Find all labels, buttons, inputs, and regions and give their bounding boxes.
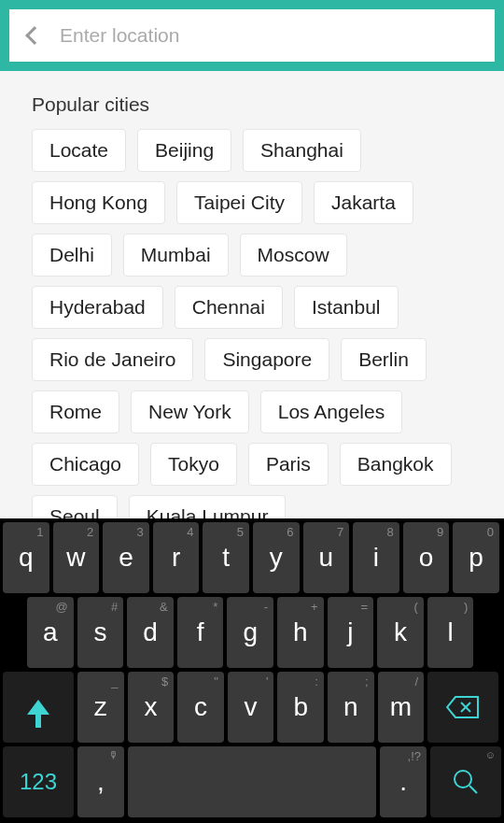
city-chip[interactable]: Berlin	[341, 338, 427, 381]
key-d[interactable]: &d	[127, 597, 174, 668]
backspace-icon	[446, 695, 480, 719]
key-k[interactable]: (k	[377, 597, 424, 668]
key-main-label: s	[93, 617, 106, 647]
key-main-label: u	[319, 543, 334, 573]
key-v[interactable]: 'v	[228, 672, 274, 743]
city-chip[interactable]: New York	[131, 390, 249, 433]
city-chip[interactable]: Seoul	[32, 495, 118, 519]
location-input[interactable]	[60, 24, 480, 47]
city-chip[interactable]: Chicago	[32, 443, 139, 486]
backspace-key[interactable]	[427, 672, 498, 743]
key-l[interactable]: )l	[427, 597, 474, 668]
key-num-label: 3	[137, 525, 144, 539]
key-num-label: 6	[287, 525, 293, 539]
key-p[interactable]: 0p	[453, 522, 499, 593]
key-j[interactable]: =j	[328, 597, 374, 668]
city-chip[interactable]: Hyderabad	[32, 286, 163, 329]
key-main-label: t	[222, 543, 230, 573]
city-chip[interactable]: Hong Kong	[32, 181, 165, 224]
key-num-label: 9	[437, 525, 443, 539]
key-z[interactable]: _z	[77, 672, 124, 743]
key-sym-label: -	[264, 600, 268, 614]
key-sym-label: (	[413, 600, 417, 614]
key-main-label: d	[143, 617, 158, 647]
city-chip[interactable]: Taipei City	[176, 181, 302, 224]
key-w[interactable]: 2w	[53, 522, 100, 593]
space-key[interactable]	[128, 746, 377, 817]
key-main-label: h	[293, 617, 308, 647]
back-icon[interactable]	[25, 26, 44, 45]
key-sym-label: =	[361, 600, 369, 614]
city-chip[interactable]: Istanbul	[294, 286, 399, 329]
key-main-label: x	[144, 692, 157, 722]
city-chip[interactable]: Los Angeles	[260, 390, 402, 433]
key-num-label: 4	[187, 525, 193, 539]
comma-key[interactable]: 🎙 ,	[77, 746, 124, 817]
key-m[interactable]: /m	[378, 672, 425, 743]
svg-point-2	[455, 771, 471, 788]
key-y[interactable]: 6y	[253, 522, 300, 593]
key-main-label: q	[19, 543, 34, 573]
key-n[interactable]: ;n	[328, 672, 374, 743]
key-u[interactable]: 7u	[303, 522, 350, 593]
city-chip[interactable]: Rio de Janeiro	[32, 338, 193, 381]
key-main-label: z	[94, 692, 107, 722]
key-i[interactable]: 8i	[353, 522, 399, 593]
key-c[interactable]: "c	[177, 672, 224, 743]
key-o[interactable]: 9o	[403, 522, 450, 593]
key-a[interactable]: @a	[27, 597, 74, 668]
key-main-label: a	[43, 617, 58, 647]
key-main-label: n	[343, 692, 358, 722]
key-b[interactable]: :b	[277, 672, 324, 743]
city-chip[interactable]: Rome	[32, 390, 119, 433]
comma-label: ,	[97, 767, 105, 797]
search-icon	[452, 768, 480, 796]
city-chip[interactable]: Kuala Lumpur	[129, 495, 287, 519]
content-area: Popular cities LocateBeijingShanghaiHong…	[0, 71, 504, 519]
key-sym-label: #	[111, 600, 118, 614]
key-h[interactable]: +h	[277, 597, 324, 668]
city-chip[interactable]: Mumbai	[123, 234, 229, 277]
key-main-label: r	[172, 543, 180, 573]
city-chip[interactable]: Singapore	[204, 338, 329, 381]
search-bar[interactable]	[9, 9, 495, 62]
key-s[interactable]: #s	[77, 597, 124, 668]
key-main-label: e	[119, 543, 133, 573]
city-chip[interactable]: Moscow	[240, 234, 347, 277]
mic-icon: 🎙	[108, 749, 119, 760]
key-num-label: 0	[487, 525, 494, 539]
key-main-label: i	[373, 543, 379, 573]
city-chip[interactable]: Locate	[32, 129, 126, 172]
city-chip[interactable]: Tokyo	[150, 443, 237, 486]
key-main-label: v	[245, 692, 258, 722]
numbers-key[interactable]: 123	[3, 746, 74, 817]
key-r[interactable]: 4r	[153, 522, 200, 593]
city-chip[interactable]: Chennai	[175, 286, 283, 329]
key-num-label: 5	[237, 525, 244, 539]
key-q[interactable]: 1q	[3, 522, 49, 593]
key-sym-label: )	[464, 600, 468, 614]
city-chip[interactable]: Shanghai	[243, 129, 361, 172]
key-e[interactable]: 3e	[103, 522, 149, 593]
key-main-label: k	[394, 617, 407, 647]
key-g[interactable]: -g	[227, 597, 273, 668]
key-x[interactable]: $x	[128, 672, 175, 743]
key-num-label: 7	[337, 525, 343, 539]
city-chip[interactable]: Paris	[248, 443, 329, 486]
key-num-label: 1	[36, 525, 43, 539]
keyboard: 1q2w3e4r5t6y7u8i9o0p @a#s&d*f-g+h=j(k)l …	[0, 518, 504, 823]
key-main-label: b	[293, 692, 308, 722]
search-key[interactable]: ☺	[430, 746, 501, 817]
key-f[interactable]: *f	[177, 597, 224, 668]
dot-key[interactable]: ,!? .	[380, 746, 427, 817]
city-chip[interactable]: Delhi	[32, 234, 112, 277]
key-main-label: o	[419, 543, 434, 573]
city-chip[interactable]: Jakarta	[314, 181, 413, 224]
city-chip[interactable]: Beijing	[137, 129, 231, 172]
key-sym-label: "	[214, 674, 218, 688]
city-chip[interactable]: Bangkok	[340, 443, 452, 486]
svg-line-3	[469, 786, 477, 793]
header-bar	[0, 0, 504, 71]
key-t[interactable]: 5t	[203, 522, 249, 593]
shift-key[interactable]	[3, 672, 74, 743]
